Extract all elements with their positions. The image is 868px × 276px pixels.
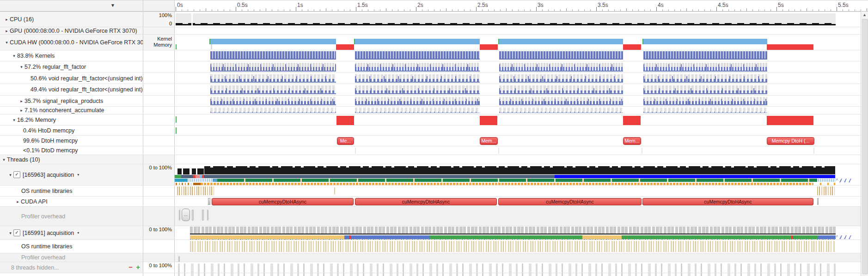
signal-replica-density[interactable]	[210, 97, 336, 105]
sidebar-item-dtoh[interactable]: 99.6% DtoH memcpy	[0, 136, 143, 146]
kernel-activity-bar[interactable]	[210, 39, 336, 44]
kernel-activity-bar[interactable]	[643, 39, 767, 44]
sidebar-item-dtod[interactable]: <0.1% DtoD memcpy	[0, 146, 143, 155]
profiler-overhead-event[interactable]	[178, 256, 180, 262]
timeline-prof1[interactable]: ...	[175, 207, 868, 226]
kernels-density[interactable]	[643, 51, 767, 60]
sidebar-item-t2[interactable]: ▾✓[165991] acquisition▾	[0, 226, 143, 240]
signal-replica-density[interactable]	[499, 97, 623, 105]
htod-memcpy-tick[interactable]	[176, 127, 177, 134]
noncoherent-density[interactable]	[355, 108, 480, 113]
timeline-fft[interactable]	[175, 61, 868, 72]
os-runtime-calls[interactable]	[177, 186, 214, 195]
memory-activity-bar[interactable]	[336, 44, 354, 50]
fft-kernel-density[interactable]	[643, 63, 767, 72]
sidebar-item-kernels[interactable]: ▾83.8% Kernels	[0, 50, 143, 61]
sidebar-item-fft[interactable]: ▾57.2% regular_fft_factor	[0, 61, 143, 72]
timeline-fft512[interactable]	[175, 73, 868, 84]
sidebar-item-memory[interactable]: ▾16.2% Memory	[0, 114, 143, 125]
thread-activity-dotted[interactable]	[817, 179, 835, 182]
thread-substate[interactable]	[190, 235, 344, 239]
timeline-htod[interactable]	[175, 126, 868, 135]
timeline-dtod[interactable]	[175, 146, 868, 155]
timeline-partial[interactable]	[175, 273, 868, 276]
timeline-options-dropdown-icon[interactable]: ▼	[110, 3, 115, 8]
os-runtime-call[interactable]	[334, 187, 335, 194]
signal-replica-density[interactable]	[355, 97, 480, 105]
expand-arrow-icon[interactable]: ▸	[4, 29, 10, 33]
collapse-arrow-icon[interactable]: ▾	[18, 65, 24, 69]
sidebar-item-prof1[interactable]: Profiler overhead	[0, 207, 143, 226]
cuda-api-call[interactable]: cuMemcpyDtoHAsync	[212, 198, 354, 205]
timeline-gpu[interactable]	[175, 27, 868, 34]
collapse-arrow-icon[interactable]: ▾	[1, 157, 7, 162]
timeline-threads[interactable]	[175, 155, 868, 164]
thread-substate[interactable]	[181, 175, 193, 178]
profiler-overhead-event[interactable]	[207, 210, 208, 221]
timeline-fft625[interactable]	[175, 84, 868, 95]
memory-block[interactable]	[336, 116, 354, 125]
cuda-api-call[interactable]: cuMemcpyDtoHAsync	[498, 198, 642, 205]
vertical-scrollbar[interactable]: ▲	[861, 12, 868, 276]
sidebar-item-osrt1[interactable]: OS runtime libraries	[0, 186, 143, 196]
htod-tick[interactable]	[176, 116, 177, 123]
kernel-activity-bar[interactable]	[355, 39, 480, 44]
timeline-kernels[interactable]	[175, 50, 868, 61]
memory-block[interactable]	[623, 116, 641, 125]
scrollbar-up-arrow-icon[interactable]: ▲	[861, 12, 868, 17]
fft625-kernel-density[interactable]	[355, 85, 480, 94]
fft512-kernel-density[interactable]	[210, 74, 336, 83]
kernel-activity-bar[interactable]	[499, 39, 623, 44]
expand-arrow-icon[interactable]: ▸	[18, 108, 24, 113]
thread-activity[interactable]	[175, 179, 188, 182]
sidebar-item-prof2[interactable]: Profiler overhead	[0, 253, 143, 262]
sidebar-item-api[interactable]: ▸CUDA API	[0, 197, 143, 206]
thread-substate[interactable]	[582, 235, 622, 239]
collapse-arrow-icon[interactable]: ▾	[11, 54, 17, 58]
cuda-api-small-call[interactable]	[817, 198, 819, 205]
sidebar-item-signal[interactable]: ▸35.7% signal_replica_products	[0, 96, 143, 106]
cuda-api-call[interactable]: cuMemcpyDtoHAsync	[642, 198, 813, 205]
dtod-memcpy-tick[interactable]	[642, 148, 642, 154]
timeline-noncoh[interactable]	[175, 107, 868, 114]
timeline-prof2[interactable]	[175, 253, 868, 262]
cuda-api-small-call[interactable]	[208, 198, 210, 205]
thread-substate[interactable]	[344, 235, 430, 239]
collapse-arrow-icon[interactable]: ▾	[11, 118, 17, 122]
sidebar-item-fft512[interactable]: 50.6% void regular_fft_factor<(unsigned …	[0, 73, 143, 84]
thread-substate[interactable]	[175, 175, 181, 178]
collapse-arrow-icon[interactable]: ▾	[4, 40, 10, 45]
thread-state-barcode[interactable]	[190, 227, 836, 234]
kernels-density[interactable]	[499, 51, 623, 60]
sidebar-item-hidden[interactable]: 8 threads hidden...−+	[0, 262, 143, 273]
sidebar-item-gpu[interactable]: ▸GPU (0000:08:00.0 - NVIDIA GeForce RTX …	[0, 27, 143, 34]
thread-options-dropdown-icon[interactable]: ▾	[77, 231, 79, 235]
thread-state-black[interactable]	[177, 166, 204, 174]
timeline-signal[interactable]	[175, 96, 868, 106]
dtoh-memcpy-event[interactable]: Me...	[337, 137, 354, 145]
collapse-arrow-icon[interactable]: ▾	[7, 173, 13, 177]
memory-block[interactable]	[767, 116, 813, 125]
memory-activity-bar[interactable]	[480, 44, 498, 50]
signal-replica-density[interactable]	[643, 97, 767, 105]
fft625-kernel-density[interactable]	[643, 85, 767, 94]
profiler-overhead-event[interactable]	[179, 210, 180, 221]
dtoh-memcpy-event[interactable]: Mem...	[480, 137, 498, 145]
dtoh-memcpy-event[interactable]: Memcpy DtoH (...	[767, 137, 814, 145]
memory-block[interactable]	[480, 116, 497, 125]
sidebar-item-cudahw[interactable]: ▾CUDA HW (0000:08:00.0 - NVIDIA GeForce …	[0, 35, 143, 50]
cuda-api-call[interactable]: cuMemcpyDtoHAsync	[355, 198, 497, 205]
memory-activity-bar[interactable]	[623, 44, 641, 50]
os-runtime-calls[interactable]	[817, 186, 835, 195]
sidebar-item-noncoh[interactable]: ▸7.1% noncoherent_accumulate	[0, 107, 143, 114]
thread-substate[interactable]	[204, 175, 555, 178]
kernels-density[interactable]	[210, 51, 336, 60]
timeline-cudahw[interactable]	[175, 35, 868, 50]
noncoherent-density[interactable]	[643, 108, 767, 113]
profiler-overhead-event[interactable]: ...	[182, 209, 190, 221]
noncoherent-density[interactable]	[499, 108, 623, 113]
timeline-cpu[interactable]	[175, 12, 868, 27]
dtod-memcpy-tick[interactable]	[498, 148, 499, 154]
sidebar-item-cpu[interactable]: ▸CPU (16)	[0, 12, 143, 27]
memory-start-marker[interactable]	[176, 44, 177, 49]
